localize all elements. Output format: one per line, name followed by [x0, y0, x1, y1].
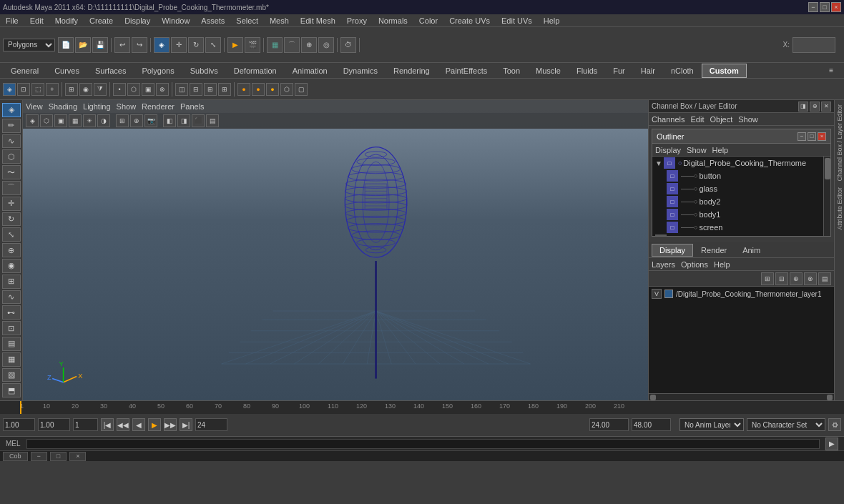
strip-tab-attribute-editor[interactable]: Attribute Editor	[836, 184, 843, 233]
st-light2[interactable]: ●	[252, 83, 265, 96]
vp-axes[interactable]: ⊕	[130, 114, 143, 127]
disp-tab-display[interactable]: Display	[652, 244, 693, 257]
save-file-button[interactable]: 💾	[92, 37, 108, 53]
tool-layer[interactable]: ⊡	[2, 321, 21, 335]
current-frame-field[interactable]	[38, 418, 70, 431]
panel-icon-3[interactable]: ✕	[821, 102, 831, 112]
snap-curve[interactable]: ⌒	[284, 37, 300, 53]
status-input[interactable]	[26, 439, 820, 449]
snap-grid[interactable]: ▦	[267, 37, 283, 53]
tool-scale[interactable]: ⤡	[2, 227, 21, 242]
start-frame-field[interactable]	[3, 418, 35, 431]
bottom-maximize[interactable]: □	[50, 452, 67, 461]
st-move[interactable]: +	[46, 83, 59, 96]
prev-frame-btn[interactable]: ◀	[132, 418, 145, 431]
outliner-item-body1[interactable]: □ ——○ body1	[652, 208, 830, 221]
menu-modify[interactable]: Modify	[52, 16, 81, 25]
tab-curves[interactable]: Curves	[46, 64, 87, 78]
outliner-item-root[interactable]: ▼ □ ○ Digital_Probe_Cooking_Thermome	[652, 157, 830, 169]
tool-render[interactable]: ▦	[2, 352, 21, 367]
rotate-tool[interactable]: ↻	[188, 37, 204, 53]
outliner-close[interactable]: ×	[818, 132, 826, 141]
goto-start-btn[interactable]: |◀	[101, 418, 114, 431]
tab-polygons[interactable]: Polygons	[134, 64, 182, 78]
menu-normals[interactable]: Normals	[376, 16, 411, 25]
st-lasso[interactable]: ⊡	[17, 83, 30, 96]
tool-bucket[interactable]: ⬡	[2, 149, 21, 164]
maximize-button[interactable]: □	[820, 2, 830, 12]
strip-tab-channel-box[interactable]: Channel Box / Layer Editor	[836, 102, 843, 184]
snap-point[interactable]: ⊕	[301, 37, 317, 53]
goto-end-btn[interactable]: ▶|	[180, 418, 192, 431]
tab-painteffects[interactable]: PaintEffects	[438, 64, 496, 78]
outliner-menu-display[interactable]: Display	[655, 146, 681, 154]
tab-deformation[interactable]: Deformation	[226, 64, 285, 78]
tab-surfaces[interactable]: Surfaces	[87, 64, 134, 78]
tab-hair[interactable]: Hair	[633, 64, 663, 78]
range-end-field[interactable]	[632, 418, 671, 431]
tool-rotate[interactable]: ↻	[2, 212, 21, 227]
menu-editmesh[interactable]: Edit Mesh	[298, 16, 338, 25]
vp-menu-show[interactable]: Show	[117, 102, 137, 111]
vp-menu-renderer[interactable]: Renderer	[142, 102, 175, 111]
tab-animation[interactable]: Animation	[285, 64, 335, 78]
translate-tool[interactable]: ✛	[171, 37, 187, 53]
history-toggle[interactable]: ⏱	[340, 37, 356, 53]
menu-help[interactable]: Help	[541, 16, 563, 25]
frame-input[interactable]	[73, 418, 98, 431]
ipr-render[interactable]: 🎬	[245, 37, 260, 53]
st-show-uvs[interactable]: ⊗	[156, 83, 169, 96]
vp-grid[interactable]: ⊞	[116, 114, 129, 127]
vp-iso3[interactable]: ⬛	[192, 114, 205, 127]
panel-icon-1[interactable]: ◨	[798, 102, 808, 112]
minimize-button[interactable]: −	[808, 2, 818, 12]
st-sym[interactable]: ⧩	[94, 83, 107, 96]
outliner-item-glass[interactable]: □ ——○ glass	[652, 182, 830, 195]
st-wire[interactable]: ⬡	[280, 83, 293, 96]
next-frame-btn[interactable]: ▶▶	[164, 418, 177, 431]
viewport[interactable]: View Shading Lighting Show Renderer Pane…	[23, 100, 648, 400]
play-btn[interactable]: ▶	[148, 418, 161, 431]
menu-assets[interactable]: Assets	[198, 16, 227, 25]
st-poly[interactable]: ▢	[295, 83, 308, 96]
layer-icon-5[interactable]: ▤	[818, 272, 831, 285]
tab-fur[interactable]: Fur	[605, 64, 633, 78]
tool-measure[interactable]: ⊷	[2, 305, 21, 320]
layers-menu-options[interactable]: Options	[681, 260, 708, 269]
close-button[interactable]: ×	[831, 2, 841, 12]
tab-rendering[interactable]: Rendering	[386, 64, 438, 78]
new-file-button[interactable]: 📄	[58, 37, 74, 53]
tab-muscle[interactable]: Muscle	[528, 64, 569, 78]
outliner-menu-help[interactable]: Help	[712, 146, 729, 154]
tab-dynamics[interactable]: Dynamics	[335, 64, 386, 78]
layer-icon-1[interactable]: ⊞	[761, 272, 774, 285]
st-select[interactable]: ◈	[3, 83, 16, 96]
outliner-minimize[interactable]: −	[798, 132, 806, 141]
tool-wave[interactable]: 〜	[2, 165, 21, 179]
bottom-close[interactable]: ×	[69, 452, 86, 461]
anim-options-btn[interactable]: ⚙	[828, 418, 841, 431]
outliner-maximize[interactable]: □	[808, 132, 816, 141]
vp-menu-lighting[interactable]: Lighting	[83, 102, 111, 111]
vp-menu-shading[interactable]: Shading	[49, 102, 77, 111]
tab-subdivs[interactable]: Subdivs	[182, 64, 226, 78]
st-paint[interactable]: ⬚	[31, 83, 44, 96]
menu-window[interactable]: Window	[159, 16, 192, 25]
layer-icon-4[interactable]: ⊗	[804, 272, 817, 285]
vp-menu-panels[interactable]: Panels	[180, 102, 205, 111]
menu-createuvs[interactable]: Create UVs	[446, 16, 493, 25]
open-file-button[interactable]: 📂	[75, 37, 91, 53]
st-cage[interactable]: ⊞	[65, 83, 78, 96]
tab-toon[interactable]: Toon	[495, 64, 528, 78]
bottom-tab-cob[interactable]: Cob	[3, 452, 28, 461]
tool-soft-mod[interactable]: ◉	[2, 259, 21, 273]
outliner-item-persp[interactable]: 📷 persp	[652, 234, 830, 237]
disp-tab-anim[interactable]: Anim	[735, 244, 768, 257]
tab-ncloth[interactable]: nCloth	[663, 64, 702, 78]
redo-button[interactable]: ↪	[132, 37, 147, 53]
outliner-item-button[interactable]: □ ——○ button	[652, 169, 830, 182]
st-show-verts[interactable]: •	[113, 83, 126, 96]
vp-select-cam[interactable]: ◈	[26, 114, 39, 127]
end-frame-field[interactable]	[195, 418, 227, 431]
vp-iso2[interactable]: ◨	[177, 114, 190, 127]
